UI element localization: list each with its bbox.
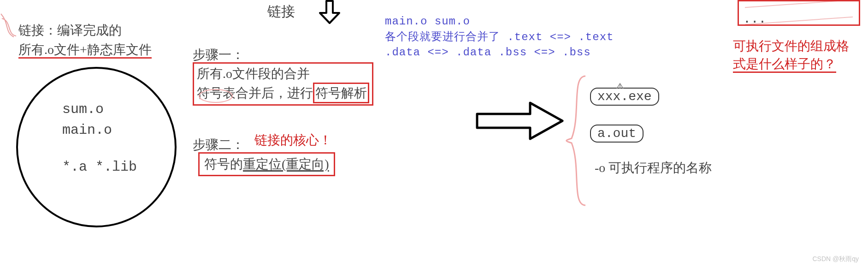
step2-label: 步骤二： [193,136,244,154]
text-cursor-icon [615,82,625,89]
step2-underlined: 重定位(重定向) [243,157,329,171]
step2-note: 链接的核心！ [254,131,332,149]
circle-libs: *.a *.lib [62,159,137,175]
svg-point-0 [199,89,232,102]
circle-sum: sum.o [62,101,104,117]
link-label: 链接 [267,2,295,21]
output-option-text: -o 可执行程序的名称 [595,159,712,177]
step1-label: 步骤一： [193,46,244,64]
right-arrow-icon [475,99,567,143]
right-question-l2: 式是什么样子的？ [733,57,836,73]
down-arrow-icon [313,0,346,25]
scribble-circle-icon [197,88,253,106]
circle-main: main.o [62,122,112,138]
aout-bubble: a.out [590,125,644,143]
left-title-line1: 链接：编译完成的 [18,21,152,40]
scribble-dots: ... [743,12,766,26]
left-description: 链接：编译完成的 所有.o文件+静态库文件 [18,21,152,60]
step2-prefix: 符号的 [204,157,243,171]
watermark: CSDN @秋雨qy [812,255,859,263]
right-question-l1: 可执行文件的组成格 [733,37,849,55]
step1-line1: 所有.o文件段的合并 [197,65,369,83]
curly-brace-icon [562,74,590,208]
right-question: 可执行文件的组成格 式是什么样子的？ [733,37,849,73]
exe-bubble: xxx.exe [590,88,659,106]
step1-line2-symbol-resolution-box: 符号解析 [313,83,369,103]
left-title-line2: 所有.o文件+静态库文件 [18,40,152,60]
merge-line3: .data <=> .data .bss <=> .bss [385,45,614,60]
step2-box: 符号的重定位(重定向) [198,152,335,176]
left-title-line2-text: 所有.o文件+静态库文件 [18,42,152,59]
input-files-circle [16,67,177,227]
merge-line1: main.o sum.o [385,14,614,30]
merge-description: main.o sum.o 各个段就要进行合并了 .text <=> .text … [385,14,614,60]
merge-line2: 各个段就要进行合并了 .text <=> .text [385,30,614,45]
